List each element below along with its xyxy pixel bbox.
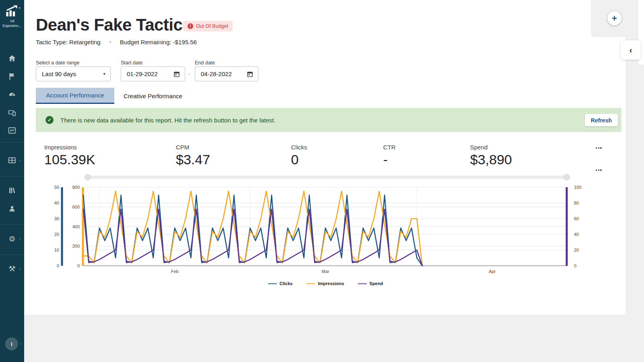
legend-label: Clicks [280,281,293,286]
svg-text:0: 0 [574,263,576,268]
svg-text:20: 20 [574,248,579,252]
metric-ctr: CTR - [383,144,396,168]
tools-icon: ⚒ [8,265,15,273]
dashboard-icon [8,90,17,99]
legend-swatch [358,283,367,284]
metric-value: 0 [291,152,307,168]
chevron-right-icon: › [19,236,21,241]
sidebar-item-settings[interactable]: ⚙ › [0,232,24,246]
metrics-menu-button[interactable] [594,146,603,150]
sidebar-item-dashboard[interactable] [0,88,24,101]
chart-range-slider [86,175,569,180]
slider-handle-left[interactable] [85,174,91,180]
sidebar-item-tools[interactable]: ⚒ › [0,262,24,275]
date-range-label: Select a date range [36,60,79,66]
chevron-down-icon: ▾ [103,71,105,77]
svg-text:0: 0 [57,263,59,268]
svg-text:Mar: Mar [322,269,329,274]
tables-icon [8,156,17,165]
sidebar-divider [0,142,24,143]
tab-account-performance[interactable]: Account Performance [36,88,114,104]
svg-text:0: 0 [77,263,80,268]
sidebar-item-tables[interactable]: › [0,153,24,167]
calendar-icon[interactable] [247,71,253,77]
start-date-input[interactable]: 01-29-2022 [121,66,185,81]
info-button[interactable]: i [5,337,18,350]
svg-text:40: 40 [54,201,59,205]
slider-track[interactable] [86,176,569,179]
sidebar-divider [0,224,24,225]
svg-text:30: 30 [54,216,59,221]
start-date-value: 01-29-2022 [127,70,170,77]
sidebar-item-campaigns[interactable] [0,70,24,83]
svg-text:20: 20 [54,232,59,237]
tactic-meta: Tactic Type: Retargeting • Budget Remain… [36,39,197,46]
tactic-type-text: Tactic Type: Retargeting [36,39,101,46]
metric-clicks: Clicks 0 [291,144,307,168]
performance-chart-svg: FebMarApr0102030405002004006008000204060… [52,184,592,279]
app-logo[interactable] [4,5,20,17]
date-range-dash: - [188,71,190,77]
legend-label: Spend [369,281,383,286]
chevron-right-icon: › [20,341,22,346]
bullet-separator: • [109,39,111,45]
analytics-icon [8,126,17,135]
app-root: ▾ Ad Experienc... [0,0,644,362]
sidebar-item-audience[interactable] [0,202,24,215]
error-icon: ! [188,23,193,29]
chevron-right-icon: › [19,158,21,163]
info-icon: i [11,341,12,347]
metric-label: CPM [176,144,210,151]
refresh-button[interactable]: Refresh [585,114,618,126]
legend-item-impressions[interactable]: Impressions [306,281,344,286]
collapse-panel-button[interactable]: ‹ [621,40,641,60]
legend-item-clicks[interactable]: Clicks [268,281,293,286]
sidebar-item-library[interactable] [0,184,24,197]
svg-text:400: 400 [72,224,80,229]
sidebar-item-analytics[interactable] [0,124,24,137]
metric-label: Clicks [291,144,307,151]
tab-creative-performance[interactable]: Creative Performance [114,88,192,104]
sidebar-item-devices[interactable] [0,106,24,120]
svg-text:600: 600 [72,205,80,209]
metric-impressions: Impressions 105.39K [44,144,95,168]
calendar-icon[interactable] [173,71,180,77]
app-name: Ad Experienc... [0,19,24,28]
legend-swatch [306,283,315,284]
banner-message: There is new data available for this rep… [60,117,275,124]
sidebar-divider [0,176,24,176]
chevron-left-icon: ‹ [630,46,632,55]
legend-item-spend[interactable]: Spend [358,281,383,286]
metric-spend: Spend $3,890 [470,144,512,168]
devices-icon [8,108,17,117]
audience-icon [8,204,17,213]
sidebar-item-home[interactable] [0,52,24,65]
svg-text:800: 800 [72,185,80,190]
flag-icon [8,72,17,81]
new-data-banner: ✓ There is new data available for this r… [36,108,621,132]
chart-menu-button[interactable] [594,168,603,172]
metric-value: 105.39K [44,152,95,168]
bar-chart-arrow-logo-icon [4,5,19,17]
check-circle-icon: ✓ [45,116,54,124]
svg-text:60: 60 [574,216,579,221]
slider-handle-right[interactable] [564,174,570,180]
start-date-label: Start date [121,60,142,66]
metric-cpm: CPM $3.47 [176,144,210,168]
sidebar-divider [0,254,24,255]
metric-value: - [383,152,396,168]
date-range-select[interactable]: Last 90 days ▾ [36,66,111,81]
end-date-input[interactable]: 04-28-2022 [195,66,258,81]
plus-icon: + [612,13,617,24]
svg-text:10: 10 [54,248,59,252]
add-button[interactable]: + [607,11,621,25]
metric-label: Impressions [44,144,95,151]
chevron-down-icon[interactable]: ▾ [19,6,21,10]
svg-text:Apr: Apr [489,269,495,274]
chart-legend: ClicksImpressionsSpend [83,281,568,286]
legend-label: Impressions [318,281,344,286]
svg-text:40: 40 [574,232,579,237]
page-title: Dean's Fake Tactic [36,15,182,35]
svg-text:200: 200 [72,244,80,248]
svg-text:Feb: Feb [171,269,179,274]
